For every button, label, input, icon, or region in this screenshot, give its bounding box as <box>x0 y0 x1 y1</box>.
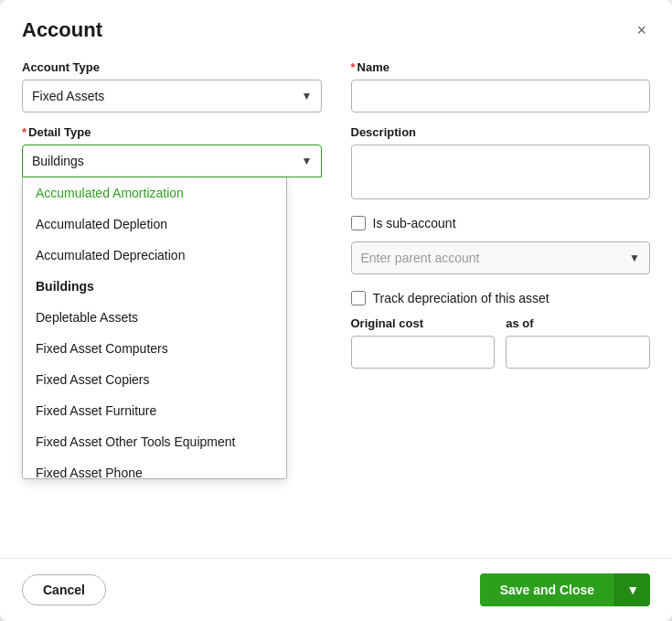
is-subaccount-row: Is sub-account <box>351 216 651 230</box>
dropdown-item-buildings[interactable]: Buildings <box>23 271 286 302</box>
dropdown-item-depletable-assets[interactable]: Depletable Assets <box>23 302 286 333</box>
detail-type-dropdown: Accumulated Amortization Accumulated Dep… <box>22 177 287 479</box>
dropdown-item-accumulated-depletion[interactable]: Accumulated Depletion <box>23 209 286 240</box>
modal-body: Account Type Fixed Assets ▼ Detail Type … <box>0 42 672 558</box>
as-of-input[interactable] <box>506 336 650 369</box>
modal-header: Account × <box>0 0 672 42</box>
dropdown-item-fixed-asset-furniture[interactable]: Fixed Asset Furniture <box>23 395 286 426</box>
cost-fields: Original cost as of <box>351 316 651 369</box>
account-type-wrapper: Fixed Assets ▼ <box>22 80 322 112</box>
dropdown-item-fixed-asset-computers[interactable]: Fixed Asset Computers <box>23 333 286 364</box>
modal-title: Account <box>22 18 102 42</box>
track-depreciation-checkbox[interactable] <box>351 291 366 305</box>
parent-account-wrapper[interactable]: Enter parent account ▼ <box>351 241 651 274</box>
detail-type-label: Detail Type <box>22 125 322 139</box>
name-label: Name <box>351 60 651 74</box>
modal-footer: Cancel Save and Close ▼ <box>0 558 672 621</box>
is-subaccount-label: Is sub-account <box>373 216 456 230</box>
account-type-select[interactable]: Fixed Assets <box>22 80 322 112</box>
left-form-section: Account Type Fixed Assets ▼ Detail Type … <box>22 60 322 558</box>
close-button[interactable]: × <box>633 18 650 42</box>
track-depreciation-label: Track depreciation of this asset <box>373 291 549 305</box>
dropdown-item-accumulated-depreciation[interactable]: Accumulated Depreciation <box>23 240 286 271</box>
dropdown-item-fixed-asset-other-tools[interactable]: Fixed Asset Other Tools Equipment <box>23 426 286 457</box>
dropdown-item-fixed-asset-copiers[interactable]: Fixed Asset Copiers <box>23 364 286 395</box>
is-subaccount-checkbox[interactable] <box>351 216 366 230</box>
save-dropdown-arrow-button[interactable]: ▼ <box>614 573 650 606</box>
account-type-label: Account Type <box>22 60 322 74</box>
dropdown-item-accumulated-amortization[interactable]: Accumulated Amortization <box>23 177 286 209</box>
as-of-label: as of <box>506 316 650 330</box>
right-form-section: Name Description Is sub-account Enter pa… <box>351 60 651 558</box>
original-cost-label: Original cost <box>351 316 496 330</box>
description-input[interactable] <box>351 145 651 199</box>
detail-type-wrapper: Buildings ▼ Accumulated Amortization Acc… <box>22 145 322 177</box>
cancel-button[interactable]: Cancel <box>22 574 106 605</box>
modal: Account × Account Type Fixed Assets ▼ De… <box>0 0 672 621</box>
save-button-group: Save and Close ▼ <box>480 573 650 606</box>
save-and-close-button[interactable]: Save and Close <box>480 573 615 606</box>
name-input[interactable] <box>351 80 651 112</box>
dropdown-item-fixed-asset-phone[interactable]: Fixed Asset Phone <box>23 457 286 479</box>
track-depreciation-row: Track depreciation of this asset <box>351 291 651 305</box>
parent-account-placeholder: Enter parent account <box>361 251 630 265</box>
original-cost-input[interactable] <box>351 336 496 369</box>
parent-account-chevron-icon: ▼ <box>629 252 640 264</box>
description-label: Description <box>351 125 651 139</box>
detail-type-select[interactable]: Buildings <box>22 145 322 177</box>
